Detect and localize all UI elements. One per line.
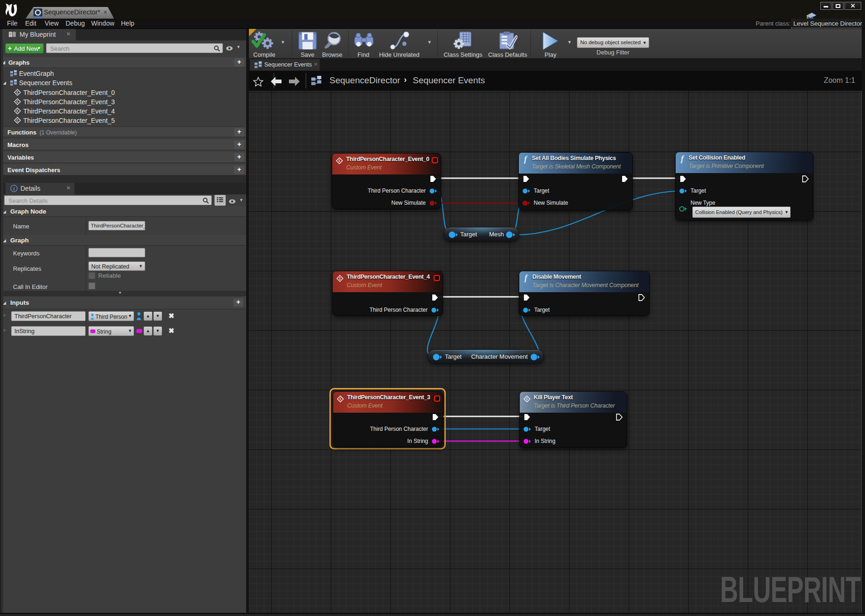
svg-text:i: i <box>13 186 14 191</box>
